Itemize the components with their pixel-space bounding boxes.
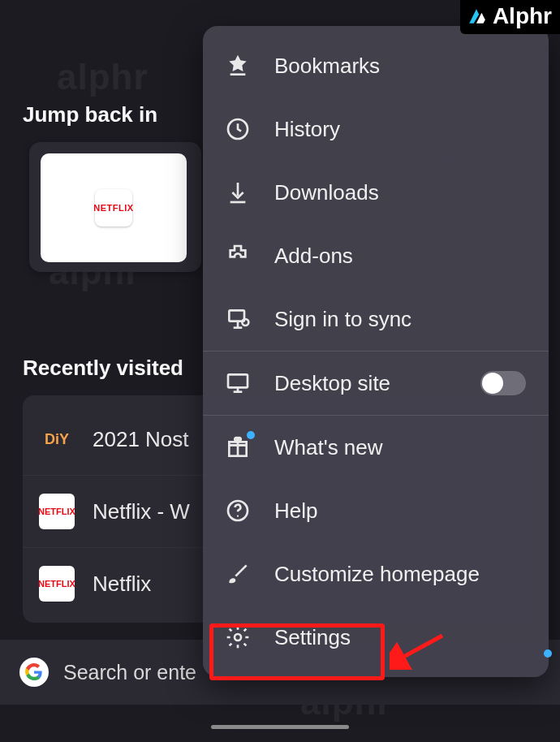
edge-indicator-dot <box>544 649 552 658</box>
menu-bookmarks[interactable]: Bookmarks <box>203 34 549 97</box>
svg-point-2 <box>242 319 248 326</box>
menu-item-label: Add-ons <box>274 244 353 269</box>
toggle-knob <box>482 373 503 394</box>
site-favicon-diy: DiY <box>39 421 75 457</box>
menu-help[interactable]: Help <box>203 479 549 542</box>
jump-back-card[interactable]: NETFLIX <box>29 142 201 272</box>
recent-item-title: Netflix - W <box>93 499 190 524</box>
jump-back-thumbnail: NETFLIX <box>41 153 187 262</box>
google-icon <box>19 658 49 687</box>
netflix-chip: NETFLIX <box>95 189 132 226</box>
svg-rect-3 <box>228 374 248 387</box>
brand-badge: Alphr <box>460 0 560 34</box>
menu-item-label: What's new <box>274 435 383 460</box>
menu-item-label: Downloads <box>274 180 379 205</box>
sync-icon <box>224 305 252 333</box>
menu-history[interactable]: History <box>203 97 549 161</box>
settings-gear-icon <box>224 623 252 651</box>
menu-addons[interactable]: Add-ons <box>203 224 549 287</box>
menu-item-label: Desktop site <box>274 371 390 396</box>
search-placeholder-text: Search or ente <box>63 661 196 684</box>
menu-item-label: Settings <box>274 625 351 650</box>
svg-point-7 <box>235 634 241 641</box>
menu-customize-homepage[interactable]: Customize homepage <box>203 542 549 606</box>
help-icon <box>224 497 252 524</box>
notification-dot <box>247 431 255 439</box>
site-favicon-netflix: NETFLIX <box>39 566 75 602</box>
history-icon <box>224 115 252 143</box>
addons-icon <box>224 242 252 270</box>
menu-desktop-site[interactable]: Desktop site <box>203 351 549 415</box>
bookmark-icon <box>224 52 252 80</box>
browser-overflow-menu: Bookmarks History Downloads Add-ons Sign… <box>203 26 549 677</box>
download-icon <box>224 179 252 206</box>
desktop-icon <box>224 369 252 397</box>
desktop-site-toggle[interactable] <box>480 371 526 395</box>
site-favicon-netflix: NETFLIX <box>39 494 75 529</box>
menu-whats-new[interactable]: What's new <box>203 415 549 479</box>
menu-downloads[interactable]: Downloads <box>203 161 549 224</box>
menu-item-label: Sign in to sync <box>274 307 411 332</box>
svg-point-6 <box>237 516 239 517</box>
menu-settings[interactable]: Settings <box>203 606 549 669</box>
home-indicator <box>211 725 349 729</box>
menu-sign-in-sync[interactable]: Sign in to sync <box>203 287 549 351</box>
brand-logo-icon <box>467 6 488 27</box>
brush-icon <box>224 560 252 588</box>
recent-item-title: 2021 Nost <box>93 427 189 452</box>
recent-item-title: Netflix <box>93 572 151 597</box>
gift-icon <box>224 434 252 461</box>
menu-item-label: Customize homepage <box>274 562 480 587</box>
menu-item-label: History <box>274 117 340 142</box>
brand-name: Alphr <box>493 3 552 29</box>
menu-item-label: Help <box>274 498 317 524</box>
menu-item-label: Bookmarks <box>274 54 380 79</box>
